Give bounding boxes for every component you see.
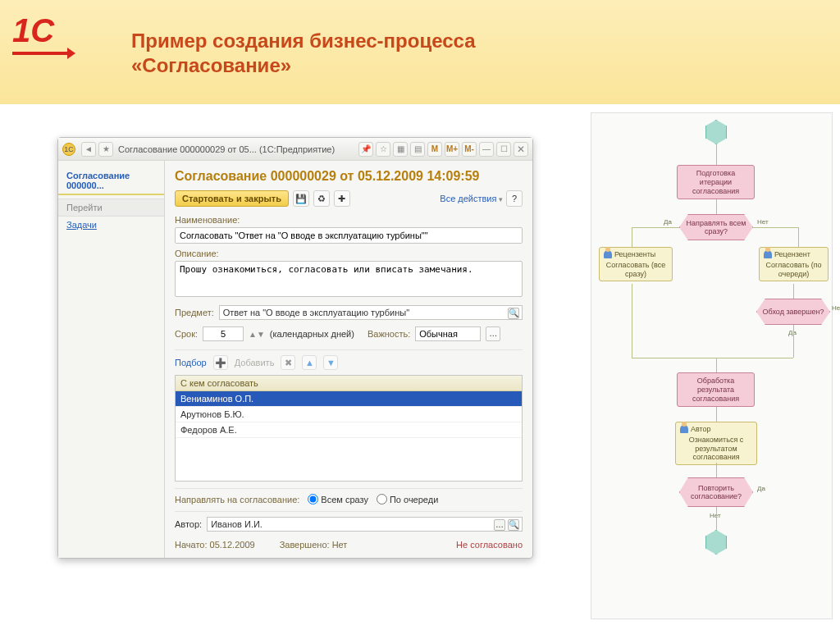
refresh-icon[interactable]: ♻: [313, 190, 330, 207]
window-title: Согласование 000000029 от 05... (1С:Пред…: [118, 144, 356, 154]
label-priority: Важность:: [368, 329, 410, 339]
label-author: Автор:: [175, 519, 202, 529]
flow-label-yes: Да: [788, 329, 797, 336]
tb-calc-button[interactable]: ▦: [393, 142, 408, 157]
started-value: 05.12.2009: [210, 540, 255, 550]
link-add[interactable]: Добавить: [235, 358, 275, 368]
label-send-mode: Направлять на согласование:: [175, 495, 299, 504]
flow-node-process: Обработка результата согласования: [677, 372, 755, 407]
add-row-icon[interactable]: ➕: [213, 355, 228, 370]
flow-task-reviewer: Рецензент Согласовать (по очереди): [759, 247, 829, 281]
flowchart: Подготовка итерации согласования Направл…: [591, 112, 833, 619]
priority-input[interactable]: [415, 326, 481, 341]
description-input[interactable]: Прошу ознакомиться, согласовать или впис…: [175, 261, 523, 297]
flow-decision-done: Обход завершен?: [756, 299, 830, 325]
flow-task-reviewers: Рецензенты Согласовать (все сразу): [599, 247, 673, 281]
sidebar-link-tasks[interactable]: Задачи: [58, 217, 164, 233]
tb-mminus-button[interactable]: M-: [462, 142, 477, 157]
app-icon: 1С: [62, 143, 75, 156]
person-icon: [680, 425, 688, 433]
flow-decision-repeat: Повторить согласование?: [679, 477, 753, 507]
form-panel: Согласование 000000029 от 05.12.2009 14:…: [165, 161, 532, 558]
flow-end: [705, 530, 727, 555]
flow-label-no: Нет: [832, 304, 840, 312]
label-name: Наименование:: [175, 215, 523, 225]
save-icon[interactable]: 💾: [293, 190, 309, 207]
person-icon: [604, 250, 612, 258]
app-window: 1С ◄ ★ Согласование 000000029 от 05... (…: [57, 137, 533, 559]
tb-cal-button[interactable]: ▤: [410, 142, 425, 157]
status-text: Не согласовано: [456, 540, 523, 550]
name-input[interactable]: [175, 227, 523, 244]
favorite-button[interactable]: ★: [98, 142, 113, 157]
titlebar: 1С ◄ ★ Согласование 000000029 от 05... (…: [58, 138, 532, 161]
maximize-button[interactable]: ☐: [496, 142, 511, 157]
label-started: Начато:: [175, 540, 208, 550]
all-actions-menu[interactable]: Все действия: [440, 194, 503, 203]
flow-decision-sendall: Направлять всем сразу?: [679, 214, 753, 240]
table-row[interactable]: Арутюнов Б.Ю.: [176, 407, 522, 422]
subject-lookup-icon[interactable]: 🔍: [508, 308, 519, 319]
logo-1c: 1C: [12, 12, 70, 62]
flow-task-author: Автор Ознакомиться с результатом согласо…: [675, 422, 757, 465]
start-and-close-button[interactable]: Стартовать и закрыть: [175, 190, 289, 207]
form-title: Согласование 000000029 от 05.12.2009 14:…: [175, 169, 523, 184]
person-icon: [764, 250, 772, 258]
table-row[interactable]: Вениаминов О.П.: [176, 391, 522, 407]
new-icon[interactable]: ✚: [334, 190, 350, 207]
term-input[interactable]: [203, 326, 244, 341]
radio-sequential[interactable]: По очереди: [377, 494, 438, 504]
flow-start: [705, 120, 727, 144]
tb-m-button[interactable]: M: [427, 142, 442, 157]
flow-node-prepare: Подготовка итерации согласования: [677, 165, 755, 199]
move-down-icon[interactable]: ▼: [323, 355, 338, 370]
move-up-icon[interactable]: ▲: [302, 355, 317, 370]
subject-input[interactable]: Ответ на "О вводе в эксплуатацию турбины…: [223, 308, 409, 317]
flow-label-no: Нет: [757, 218, 769, 226]
tb-fav-button[interactable]: ☆: [376, 142, 390, 157]
table-header: С кем согласовать: [176, 376, 522, 391]
author-clear-icon[interactable]: …: [494, 519, 505, 531]
label-subject: Предмет:: [175, 308, 214, 317]
radio-all[interactable]: Всем сразу: [308, 494, 368, 504]
tb-mplus-button[interactable]: M+: [445, 142, 459, 157]
label-finished: Завершено:: [280, 540, 330, 550]
slide-title: Пример создания бизнес-процесса «Согласо…: [131, 29, 476, 78]
delete-row-icon[interactable]: ✖: [281, 355, 295, 370]
sidebar-section-header: Перейти: [58, 199, 164, 217]
nav-back-button[interactable]: ◄: [81, 142, 96, 157]
term-unit: (календарных дней): [270, 329, 354, 339]
approvers-table: С кем согласовать Вениаминов О.П. Арутюн…: [175, 375, 523, 482]
navigation-sidebar: Согласование 000000... Перейти Задачи: [58, 161, 165, 558]
finished-value: Нет: [332, 540, 348, 550]
flow-label-yes: Да: [757, 485, 765, 492]
priority-select-button[interactable]: …: [486, 326, 500, 341]
link-select[interactable]: Подбор: [175, 358, 207, 368]
close-button[interactable]: ✕: [514, 142, 528, 157]
author-input[interactable]: Иванов И.И.: [211, 519, 262, 529]
author-lookup-icon[interactable]: 🔍: [508, 519, 519, 531]
sidebar-active-tab[interactable]: Согласование 000000...: [58, 167, 164, 195]
minimize-button[interactable]: —: [479, 142, 494, 157]
flow-label-yes: Да: [664, 218, 672, 226]
label-description: Описание:: [175, 249, 523, 258]
flow-label-no: Нет: [710, 512, 721, 519]
help-icon[interactable]: ?: [506, 190, 523, 207]
tb-pin-button[interactable]: 📌: [358, 142, 373, 157]
label-term: Срок:: [175, 329, 198, 339]
table-row[interactable]: Федоров А.Е.: [176, 422, 522, 438]
